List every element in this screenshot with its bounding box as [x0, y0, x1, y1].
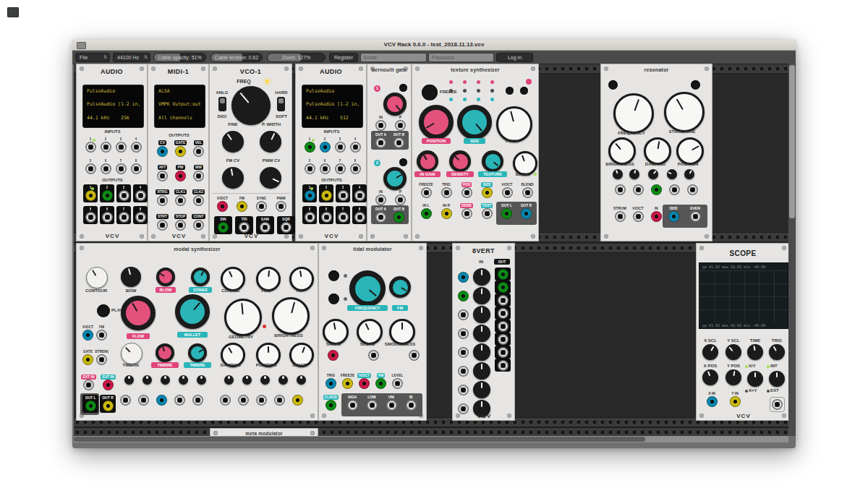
jack[interactable]: [458, 328, 469, 339]
jack[interactable]: [175, 220, 186, 231]
xy-mode-knob[interactable]: [747, 371, 763, 387]
jack[interactable]: [772, 399, 783, 410]
jack[interactable]: [85, 190, 96, 201]
rack-viewport[interactable]: AUDIO PulseAudio PulseAudio [1-2 in, 1- …: [74, 64, 788, 436]
jack[interactable]: [421, 187, 432, 198]
jack[interactable]: [193, 146, 204, 157]
jack[interactable]: [350, 142, 361, 153]
atten-knob[interactable]: [124, 375, 134, 385]
bright-atten-knob[interactable]: [648, 169, 658, 179]
jack[interactable]: [131, 163, 142, 174]
jack[interactable]: [175, 146, 186, 157]
jack[interactable]: [292, 395, 303, 406]
jack[interactable]: [85, 142, 96, 153]
jack[interactable]: [237, 201, 247, 212]
module-bernoulli-gate[interactable]: bernoulli gate 1 INP OUT AOUT B 2 INP OU…: [367, 64, 412, 241]
gain-knob-3[interactable]: [473, 306, 490, 323]
jack[interactable]: [175, 171, 186, 181]
anlg-digi-switch[interactable]: [218, 97, 226, 111]
zoom-slider[interactable]: Zoom: 127%: [267, 53, 326, 62]
gain-knob-2[interactable]: [473, 287, 490, 304]
trig-mode-knob[interactable]: [769, 371, 785, 387]
jack[interactable]: [498, 360, 509, 371]
position-knob[interactable]: [676, 137, 704, 165]
samplerate-select[interactable]: 44100 Hz ⇅: [113, 53, 150, 62]
yscl-knob[interactable]: [726, 344, 741, 360]
jack[interactable]: [82, 330, 93, 341]
gain-knob-7[interactable]: [473, 381, 490, 398]
jack[interactable]: [116, 163, 127, 174]
jack[interactable]: [498, 321, 509, 332]
midi-display[interactable]: ALSA VMPK Output:out All channels: [154, 85, 205, 128]
damp-atten-knob[interactable]: [667, 169, 677, 179]
jack[interactable]: [498, 282, 509, 293]
jack[interactable]: [157, 195, 168, 206]
jack[interactable]: [461, 187, 472, 198]
horizontal-scrollbar[interactable]: [74, 436, 788, 442]
atten-knob[interactable]: [142, 375, 152, 385]
jack[interactable]: [498, 269, 509, 280]
pitch-knob[interactable]: [496, 106, 532, 142]
mallet-knob[interactable]: [175, 294, 210, 329]
module-scope[interactable]: SCOPE pp 01.92 max 01.02 min -00.90 pp 0…: [696, 243, 788, 421]
freq-knob[interactable]: [231, 86, 271, 125]
jack[interactable]: [119, 212, 129, 223]
atten-knob[interactable]: [224, 375, 234, 385]
model-button[interactable]: [691, 80, 700, 90]
jack[interactable]: [305, 163, 315, 174]
title-bar[interactable]: VCV Rack 0.6.0 - test_2018.11.13.vcv: [72, 40, 796, 51]
jack[interactable]: [96, 330, 107, 341]
jack[interactable]: [375, 120, 386, 131]
frequency-knob[interactable]: [613, 93, 654, 134]
brightness-knob[interactable]: [272, 297, 310, 335]
mode-button[interactable]: [506, 87, 514, 95]
jack[interactable]: [392, 378, 403, 389]
jack[interactable]: [157, 220, 168, 231]
gain-knob-4[interactable]: [473, 325, 490, 342]
jack[interactable]: [458, 385, 469, 395]
structure-knob[interactable]: [664, 92, 705, 132]
pwidth-knob[interactable]: [260, 131, 281, 153]
fm-knob[interactable]: [289, 267, 314, 291]
module-modal-synthesizer[interactable]: modal synthesizer CONTOUR BOW BLOW STRIK…: [76, 243, 318, 421]
cable-opacity-slider[interactable]: Cable opacity: 51%: [153, 53, 206, 62]
module-resonator[interactable]: resonator FREQUENCY STRUCTURE BRIGHTNESS…: [600, 64, 712, 241]
atten-knob[interactable]: [197, 375, 206, 385]
jack[interactable]: [335, 142, 346, 153]
jack[interactable]: [521, 208, 532, 219]
xscl-knob[interactable]: [702, 344, 718, 360]
jack[interactable]: [321, 212, 332, 223]
jack[interactable]: [119, 190, 129, 201]
flow-knob[interactable]: [121, 296, 156, 330]
jack[interactable]: [441, 208, 452, 219]
damping-knob[interactable]: [644, 137, 671, 165]
jack[interactable]: [281, 222, 292, 233]
geometry-knob[interactable]: [224, 299, 262, 336]
jack[interactable]: [393, 212, 404, 223]
jack[interactable]: [102, 190, 113, 201]
module-midi-1[interactable]: MIDI-1 ALSA VMPK Output:out All channels…: [148, 64, 209, 241]
jack[interactable]: [458, 291, 469, 301]
jack[interactable]: [131, 142, 142, 153]
jack[interactable]: [102, 212, 113, 223]
pos-atten-knob[interactable]: [684, 169, 694, 179]
gain-knob-5[interactable]: [473, 343, 490, 361]
jack[interactable]: [326, 378, 336, 389]
jack[interactable]: [350, 163, 361, 174]
jack[interactable]: [218, 222, 229, 233]
module-texture-synthesizer[interactable]: texture synthesizer FREEZE POSITION SIZE…: [412, 64, 539, 241]
atten-knob[interactable]: [161, 375, 170, 385]
size-knob[interactable]: [457, 105, 492, 140]
gain-knob-1[interactable]: [473, 268, 490, 286]
jack[interactable]: [85, 401, 96, 411]
jack[interactable]: [193, 220, 204, 231]
jack[interactable]: [458, 366, 469, 377]
coarse-knob[interactable]: [221, 267, 245, 291]
password-field[interactable]: [428, 53, 494, 62]
jack[interactable]: [193, 171, 204, 181]
fine-knob[interactable]: [256, 267, 281, 291]
strike-timbre-knob[interactable]: [188, 343, 207, 362]
time-knob[interactable]: [747, 344, 763, 360]
gate-1-button[interactable]: [399, 84, 407, 92]
jack[interactable]: [157, 171, 168, 181]
